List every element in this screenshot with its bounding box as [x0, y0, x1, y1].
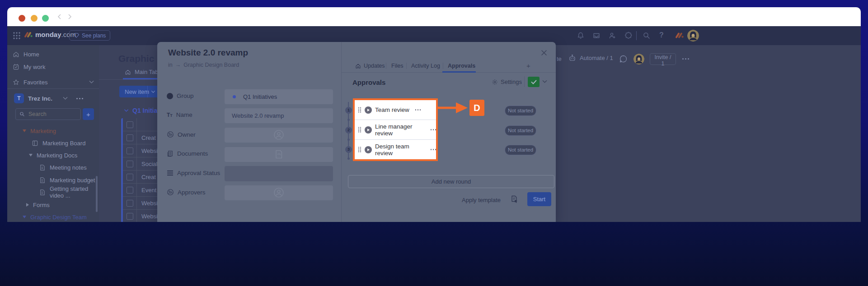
- sidebar-item-favorites[interactable]: Favorites: [13, 77, 94, 88]
- chat-icon[interactable]: [619, 55, 628, 63]
- sidebar-item-getting-started-video[interactable]: Getting started video ...: [39, 187, 99, 198]
- apply-template-icon[interactable]: [511, 195, 518, 203]
- sidebar-folder-graphic-design-team[interactable]: Graphic Design Team: [23, 212, 87, 222]
- checkbox-cell[interactable]: [123, 197, 137, 209]
- chevron-down-icon[interactable]: [542, 80, 547, 83]
- checkbox-cell[interactable]: [123, 210, 137, 222]
- forward-icon[interactable]: [66, 13, 73, 20]
- item-name: Websi: [137, 200, 158, 207]
- start-button[interactable]: Start: [527, 192, 551, 206]
- round-menu-icon[interactable]: [431, 149, 436, 150]
- row-checkbox[interactable]: [127, 200, 133, 207]
- approval-status-toggle[interactable]: [528, 77, 540, 87]
- member-avatar[interactable]: [633, 54, 644, 65]
- row-checkbox[interactable]: [127, 134, 133, 141]
- play-round-icon[interactable]: [365, 106, 372, 114]
- doc-icon: [39, 177, 46, 184]
- add-new-round-button[interactable]: Add new round: [348, 175, 554, 188]
- round-menu-icon[interactable]: [431, 129, 436, 130]
- sidebar-scrollbar[interactable]: [96, 176, 98, 212]
- sidebar-item-label: Favorites: [23, 79, 47, 86]
- checkbox-cell[interactable]: [123, 171, 137, 183]
- close-window-icon[interactable]: [19, 15, 25, 22]
- header-separator: [524, 76, 525, 87]
- item-title[interactable]: Website 2.0 revamp: [168, 48, 248, 58]
- minimize-window-icon[interactable]: [31, 15, 38, 22]
- checkbox-cell[interactable]: [123, 131, 137, 144]
- sidebar-folder-marketing[interactable]: Marketing: [23, 125, 56, 136]
- sidebar-search[interactable]: [15, 108, 81, 120]
- checkbox-cell[interactable]: [123, 184, 137, 196]
- row-checkbox[interactable]: [127, 148, 133, 154]
- checkbox-cell[interactable]: [123, 157, 137, 170]
- integrations-icon[interactable]: [624, 32, 633, 40]
- inbox-icon[interactable]: [592, 32, 601, 40]
- workspace-menu-icon[interactable]: [76, 98, 83, 99]
- field-value-name[interactable]: Website 2.0 revamp: [225, 108, 333, 123]
- row-checkbox[interactable]: [127, 187, 133, 194]
- drag-handle-icon[interactable]: [358, 147, 361, 152]
- workspace-selector[interactable]: T Trez Inc.: [14, 93, 94, 104]
- user-avatar[interactable]: [687, 30, 699, 42]
- integrate-button-partial[interactable]: te: [557, 55, 562, 62]
- play-round-icon[interactable]: [365, 146, 372, 153]
- invite-button[interactable]: Invite / 1: [650, 53, 676, 65]
- approvals-settings-button[interactable]: Settings: [492, 78, 522, 85]
- round-menu-icon[interactable]: [415, 109, 421, 111]
- sidebar-item-home[interactable]: Home: [13, 49, 39, 60]
- checkbox-cell[interactable]: [123, 144, 137, 157]
- board-menu-icon[interactable]: [682, 58, 689, 60]
- row-checkbox[interactable]: [127, 213, 133, 220]
- new-item-button[interactable]: New item: [119, 86, 159, 97]
- group-title: Q1 Initia: [132, 107, 157, 114]
- see-plans-button[interactable]: See plans: [69, 30, 110, 41]
- monday-logo[interactable]: monday.com: [24, 31, 76, 39]
- sidebar-item-marketing-budget[interactable]: Marketing budget: [39, 175, 95, 185]
- tab-approvals[interactable]: Approvals: [448, 63, 475, 69]
- status-badge: Not started: [505, 125, 536, 136]
- automate-button[interactable]: Automate / 1: [568, 54, 613, 62]
- home-icon: [125, 69, 131, 75]
- sidebar-folder-forms[interactable]: Forms: [26, 199, 50, 210]
- chevron-expanded-icon: [29, 154, 33, 157]
- sidebar-item-marketing-board[interactable]: Marketing Board: [32, 138, 85, 148]
- field-value-group[interactable]: Q1 Initiatives: [225, 89, 333, 104]
- approval-round-row[interactable]: Line manager review: [355, 120, 436, 139]
- sidebar-folder-marketing-docs[interactable]: Marketing Docs: [29, 150, 77, 161]
- field-value-approval-status[interactable]: [225, 166, 333, 181]
- maximize-window-icon[interactable]: [42, 15, 49, 22]
- invite-user-icon[interactable]: [608, 32, 616, 40]
- tab-updates[interactable]: Updates: [355, 63, 385, 69]
- apps-grid-icon[interactable]: [13, 32, 21, 40]
- group-header[interactable]: Q1 Initia: [124, 107, 157, 114]
- search-icon[interactable]: [643, 32, 651, 40]
- field-value-approvers[interactable]: [225, 185, 333, 200]
- drag-handle-icon[interactable]: [358, 107, 361, 113]
- row-checkbox[interactable]: [127, 161, 133, 167]
- tab-files[interactable]: Files: [391, 63, 403, 69]
- breadcrumb-board-link[interactable]: Graphic Design Board: [183, 62, 239, 68]
- round-number-badge: 1: [345, 107, 352, 114]
- select-all-checkbox[interactable]: [127, 121, 133, 128]
- checkbox-cell[interactable]: [123, 118, 137, 131]
- approval-round-row[interactable]: Team review: [355, 100, 436, 120]
- field-value-owner[interactable]: [225, 128, 333, 143]
- back-icon[interactable]: [56, 13, 63, 20]
- play-round-icon[interactable]: [365, 126, 372, 134]
- row-checkbox[interactable]: [127, 174, 133, 180]
- help-icon[interactable]: ?: [659, 31, 664, 39]
- home-icon: [13, 51, 19, 58]
- add-tab-button[interactable]: +: [526, 62, 530, 69]
- approval-round-row[interactable]: Design team review: [355, 139, 436, 159]
- tab-activity-log[interactable]: Activity Log: [411, 63, 440, 69]
- drag-handle-icon[interactable]: [358, 127, 361, 133]
- sidebar-item-meeting-notes[interactable]: Meeting notes: [39, 162, 87, 173]
- item-name: Websi: [137, 148, 158, 154]
- folder-label: Marketing Docs: [37, 152, 77, 159]
- field-value-documents[interactable]: [225, 147, 333, 162]
- sidebar-item-my-work[interactable]: My work: [13, 61, 45, 72]
- search-input[interactable]: [28, 111, 75, 118]
- apply-template-link[interactable]: Apply template: [428, 197, 501, 203]
- bell-icon[interactable]: [577, 32, 585, 40]
- add-board-button[interactable]: +: [83, 108, 94, 120]
